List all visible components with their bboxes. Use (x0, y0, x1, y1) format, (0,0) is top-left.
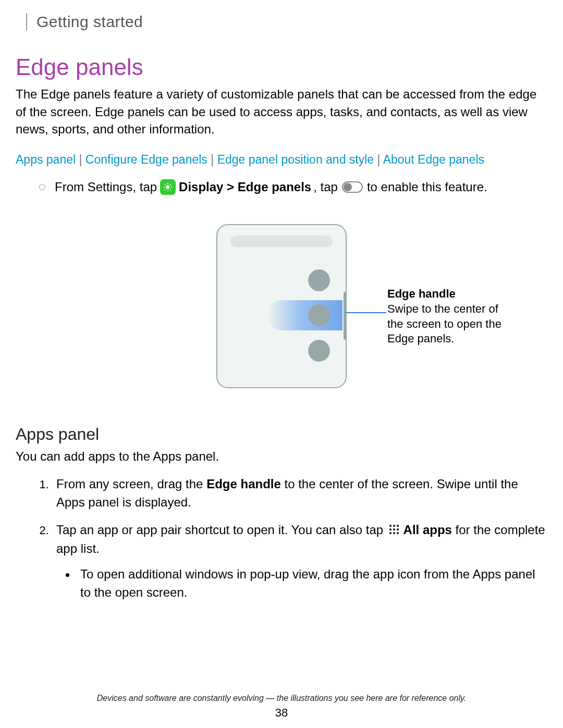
apps-panel-intro: You can add apps to the Apps panel. (16, 449, 547, 464)
phone-statusbar (230, 236, 333, 247)
link-separator: | (211, 153, 217, 166)
svg-point-17 (393, 532, 395, 534)
apps-panel-heading: Apps panel (16, 425, 547, 444)
steps-list: From any screen, drag the Edge handle to… (16, 475, 547, 601)
svg-line-6 (170, 189, 172, 190)
link-separator: | (79, 153, 85, 166)
page-title: Edge panels (16, 54, 547, 80)
sub-list: To open additional windows in pop-up vie… (56, 565, 547, 602)
svg-point-18 (397, 532, 399, 534)
app-dot-icon (308, 269, 330, 291)
svg-point-15 (397, 528, 399, 530)
intro-paragraph: The Edge panels feature a variety of cus… (16, 85, 547, 138)
step-2: Tap an app or app pair shortcut to open … (52, 521, 547, 601)
link-about-edge[interactable]: About Edge panels (383, 153, 484, 166)
page-number: 38 (0, 706, 563, 720)
step-text-mid: , tap (313, 178, 338, 196)
svg-point-14 (393, 528, 395, 530)
step-text-post: to enable this feature. (367, 178, 487, 196)
link-configure-edge[interactable]: Configure Edge panels (85, 153, 207, 166)
enable-instruction: From Settings, tap Display > Edge panels… (16, 178, 547, 196)
callout-line-icon (346, 312, 386, 314)
step-text-pre: From Settings, tap (55, 178, 157, 196)
svg-line-8 (170, 184, 172, 185)
svg-point-11 (393, 525, 395, 527)
step-text-bold: Display > Edge panels (179, 178, 311, 196)
sub-step: To open additional windows in pop-up vie… (76, 565, 547, 602)
svg-line-7 (165, 189, 166, 190)
display-settings-icon (160, 179, 176, 195)
swipe-gesture-icon (267, 300, 342, 330)
footer-note: Devices and software are constantly evol… (0, 694, 563, 703)
svg-line-5 (165, 184, 166, 185)
edge-handle-icon (344, 292, 347, 340)
link-edge-position[interactable]: Edge panel position and style (217, 153, 374, 166)
illustration: Edge handle Swipe to the center of the s… (16, 224, 547, 388)
breadcrumb: Getting started (26, 13, 547, 31)
svg-point-10 (389, 525, 391, 527)
svg-point-12 (397, 525, 399, 527)
link-apps-panel[interactable]: Apps panel (16, 153, 76, 166)
svg-point-13 (389, 528, 391, 530)
callout: Edge handle Swipe to the center of the s… (387, 287, 502, 346)
app-dot-icon (308, 340, 330, 362)
callout-title: Edge handle (387, 287, 456, 300)
step-1: From any screen, drag the Edge handle to… (52, 475, 547, 512)
link-separator: | (377, 153, 383, 166)
section-links: Apps panel | Configure Edge panels | Edg… (16, 153, 547, 167)
breadcrumb-text: Getting started (36, 13, 547, 31)
all-apps-grid-icon (389, 522, 399, 540)
phone-frame (216, 224, 347, 388)
toggle-off-icon (342, 181, 363, 193)
svg-point-16 (389, 532, 391, 534)
bullet-icon (39, 184, 45, 190)
svg-point-0 (166, 185, 170, 189)
callout-body: Swipe to the center of the screen to ope… (387, 302, 501, 345)
